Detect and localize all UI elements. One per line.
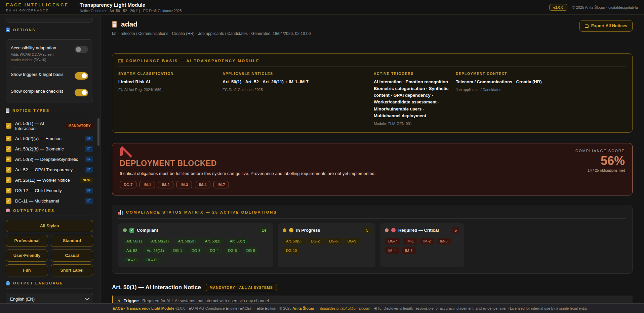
blocked-title: DEPLOYMENT BLOCKED xyxy=(120,159,625,168)
obligation-badge: Art. 50(5) xyxy=(283,238,305,244)
show-checklist-toggle[interactable] xyxy=(75,89,88,96)
obligation-badge: DG-5 xyxy=(326,238,341,244)
checkbox-checked[interactable] xyxy=(6,198,11,204)
style-casual[interactable]: Casual xyxy=(51,250,93,262)
module-subtitle: Notice Generator · Art. 50 · 52 · 26(11)… xyxy=(80,9,182,13)
matrix-card-in-progress: In Progress 5 Art. 50(5) DG-2 DG-5 DG-9 … xyxy=(278,223,375,267)
export-icon xyxy=(585,24,589,28)
notice-type-art26-11[interactable]: Art. 26(11) — Worker Notice NEW xyxy=(6,177,93,183)
in-progress-count: 5 xyxy=(364,227,371,233)
matrix-cards: Compliant 14 Art. 50(1) Art. 50(2a) Art.… xyxy=(118,223,626,267)
checkbox-checked[interactable] xyxy=(6,123,11,129)
obligation-badge: IM-2 xyxy=(158,181,173,188)
obligation-badge: Art. 50(2a) xyxy=(148,238,172,244)
options-heading: OPTIONS xyxy=(6,28,93,32)
if-badge: IF xyxy=(85,188,93,193)
page-title: adad xyxy=(121,20,137,28)
yellow-dot-icon xyxy=(283,228,286,232)
style-short-label[interactable]: Short Label xyxy=(51,264,93,276)
style-all-styles[interactable]: All Styles xyxy=(6,220,93,232)
notice-type-dg11[interactable]: DG-11 — Multichannel IF xyxy=(6,198,93,204)
checkbox-checked[interactable] xyxy=(6,177,11,183)
yellow-circle-icon xyxy=(289,228,293,232)
section-rule xyxy=(6,288,93,289)
brain-icon xyxy=(6,209,10,212)
style-fun[interactable]: Fun xyxy=(6,264,48,276)
obligation-badge: Art. 50(2b) xyxy=(175,238,199,244)
footer-email-link[interactable]: digitaldesignlab4u@gmail.com xyxy=(320,306,370,310)
obligation-badge: DG-12 xyxy=(143,257,161,263)
blocked-description: 6 critical obligations must be fulfilled… xyxy=(120,171,625,176)
if-badge: IF xyxy=(85,198,93,204)
blocked-badges: DG-7 IM-1 IM-2 IM-3 IM-4 IM-7 xyxy=(120,181,625,188)
module-title-block: Transparency Light Module Notice Generat… xyxy=(80,2,182,13)
checkbox-checked[interactable] xyxy=(6,156,11,162)
export-all-notices-button[interactable]: Export All Notices xyxy=(579,20,633,32)
notice-type-art50-3[interactable]: Art. 50(3) — Deepfake/Synthetic IF xyxy=(6,156,93,162)
brand-block: EACE INTELLIGENCE EU AI GOVERNANCE xyxy=(6,2,69,12)
if-badge: IF xyxy=(85,146,93,152)
option-label: Show triggers & legal basis xyxy=(11,72,64,77)
checkbox-checked[interactable] xyxy=(6,146,11,152)
basis-col-applicable-articles: APPLICABLE ARTICLES Art. 50(1) · Art. 52… xyxy=(223,72,374,126)
language-select[interactable]: English (EN) xyxy=(6,293,93,304)
accessibility-toggle[interactable] xyxy=(75,46,88,53)
obligation-badge: IM-4 xyxy=(195,181,210,188)
notice-type-art50-1[interactable]: Art. 50(1) — AI Interaction MANDATORY xyxy=(6,121,93,131)
sidebar: OPTIONS Accessibility adaptation Adds WC… xyxy=(0,15,101,303)
section-rule xyxy=(6,216,93,216)
panel-rule xyxy=(118,218,626,219)
obligation-badge: Art. 50(3) xyxy=(202,238,224,244)
globe-icon xyxy=(6,281,10,285)
basis-col-deployment-context: DEPLOYMENT CONTEXT Telecom / Communicati… xyxy=(456,72,626,126)
obligation-badge: DG-11 xyxy=(123,257,140,263)
obligation-badge: IM-4 xyxy=(385,247,399,254)
obligation-badge: IM-3 xyxy=(437,238,451,244)
new-badge: NEW xyxy=(80,177,93,183)
compliant-count: 14 xyxy=(259,227,269,233)
brand-name: EACE INTELLIGENCE xyxy=(6,2,69,7)
notice-type-art50-2b[interactable]: Art. 50(2)(b) — Biometric IF xyxy=(6,146,93,152)
style-professional[interactable]: Professional xyxy=(6,235,48,247)
mandatory-all-systems-badge: MANDATORY · ALL AI SYSTEMS xyxy=(206,284,277,291)
compliance-basis-heading: COMPLIANCE BASIS — AI TRANSPARENCY MODUL… xyxy=(118,59,626,63)
output-language-heading: OUTPUT LANGUAGE xyxy=(6,281,93,285)
notice-type-art52[interactable]: Art. 52 — GPAI Transparency IF xyxy=(6,167,93,173)
section-rule xyxy=(6,35,93,35)
show-triggers-toggle[interactable] xyxy=(75,72,88,80)
panel-rule xyxy=(118,66,626,67)
checkbox-checked[interactable] xyxy=(6,167,11,173)
obligation-badge: IM-3 xyxy=(176,181,192,188)
obligation-badge: IM-1 xyxy=(139,181,155,188)
brand-subtitle: EU AI GOVERNANCE xyxy=(6,8,69,12)
notice-section: Art. 50(1) — AI Interaction Notice MANDA… xyxy=(112,284,633,303)
obligation-badge: Art. 50(1) xyxy=(123,238,145,244)
notice-type-dg12[interactable]: DG-12 — Child-Friendly IF xyxy=(6,188,93,193)
option-accessibility-adaptation[interactable]: Accessibility adaptation Adds WCAG 2.2 A… xyxy=(11,41,88,67)
score-value: 56% xyxy=(575,154,625,168)
option-show-checklist[interactable]: Show compliance checklist xyxy=(11,84,88,101)
header-right: v1.0.0 © 2025 Anita Šlogar · digitaldesi… xyxy=(549,4,638,11)
obligation-badge: Art. 52 xyxy=(123,247,140,254)
obligation-badge: DG-7 xyxy=(120,181,136,188)
if-badge: IF xyxy=(85,167,93,173)
checkbox-checked[interactable] xyxy=(6,188,11,193)
obligation-badge: IM-2 xyxy=(420,238,434,244)
style-user-friendly[interactable]: User-Friendly xyxy=(6,250,48,262)
mandatory-badge: MANDATORY xyxy=(66,123,93,129)
notice-section-title: Art. 50(1) — AI Interaction Notice xyxy=(112,284,201,291)
main-content: adad faf · Telecom / Communications · Cr… xyxy=(101,15,644,303)
accessibility-icon xyxy=(6,28,10,32)
notice-type-art50-2a[interactable]: Art. 50(2)(a) — Emotion IF xyxy=(6,136,93,141)
obligation-badge: IM-7 xyxy=(213,181,229,188)
bar-chart-icon xyxy=(118,210,123,215)
style-standard[interactable]: Standard xyxy=(51,235,93,247)
sidebar-scrollbar-thumb[interactable] xyxy=(97,118,99,146)
option-label: Accessibility adaptation xyxy=(11,45,65,50)
checkbox-checked[interactable] xyxy=(6,136,11,141)
bank-icon xyxy=(118,59,123,62)
obligation-badge: DG-3 xyxy=(188,247,204,254)
obligation-badge: Art. 50(7) xyxy=(227,238,249,244)
option-show-triggers[interactable]: Show triggers & legal basis xyxy=(11,67,88,84)
compliance-matrix-heading: COMPLIANCE STATUS MATRIX — 25 ACTIVE OBL… xyxy=(118,210,626,215)
